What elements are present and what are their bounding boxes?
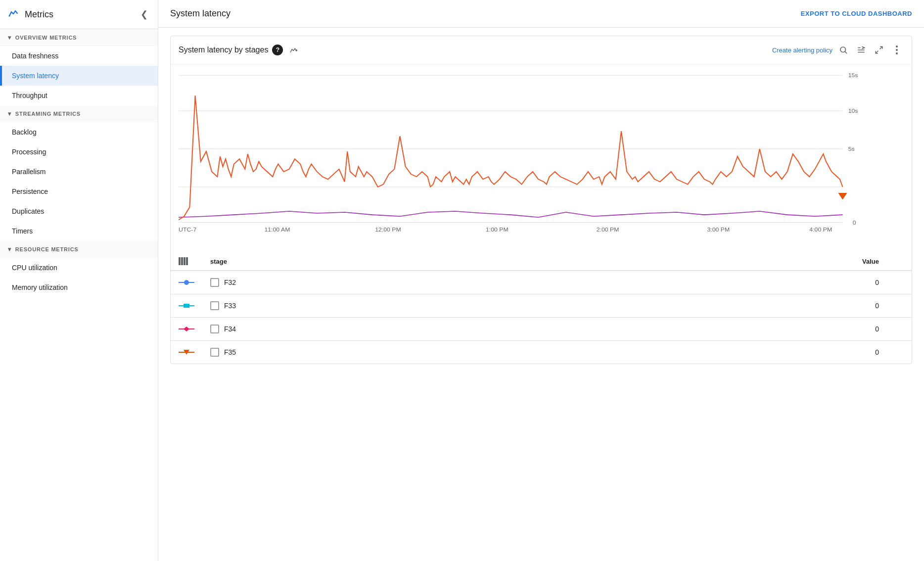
- nav-item-persistence[interactable]: Persistence: [0, 182, 158, 201]
- f33-checkbox[interactable]: [210, 301, 219, 310]
- svg-line-6: [880, 47, 882, 49]
- chart-toolbar: System latency by stages ? Create alerti…: [171, 36, 912, 64]
- f33-value: 0: [586, 294, 887, 318]
- f34-value: 0: [586, 318, 887, 341]
- svg-text:4:00 PM: 4:00 PM: [809, 226, 832, 233]
- svg-text:5s: 5s: [848, 145, 855, 152]
- chart-area: System latency by stages ? Create alerti…: [158, 28, 924, 561]
- svg-text:15s: 15s: [848, 72, 858, 79]
- nav-item-data-freshness[interactable]: Data freshness: [0, 46, 158, 66]
- chart-title: System latency by stages: [179, 46, 268, 54]
- legend-icon[interactable]: [854, 43, 868, 57]
- svg-point-9: [896, 49, 898, 51]
- f35-value: 0: [586, 341, 887, 364]
- svg-text:10s: 10s: [848, 108, 858, 114]
- f33-line-indicator: [179, 303, 194, 309]
- legend-table: stage Value: [171, 252, 912, 364]
- stage-column-header: stage: [202, 252, 586, 271]
- svg-point-29: [184, 280, 189, 285]
- svg-rect-31: [184, 304, 189, 308]
- nav-item-system-latency[interactable]: System latency: [0, 66, 158, 86]
- f35-line-indicator: [179, 349, 194, 355]
- nav-item-backlog[interactable]: Backlog: [0, 122, 158, 142]
- create-alert-button[interactable]: Create alerting policy: [772, 47, 832, 54]
- svg-point-0: [9, 15, 10, 16]
- search-icon[interactable]: [836, 43, 850, 57]
- sidebar: Metrics ❮ ▾ OVERVIEW METRICS Data freshn…: [0, 0, 158, 561]
- section-overview-label: OVERVIEW METRICS: [15, 35, 77, 41]
- nav-item-cpu[interactable]: CPU utilization: [0, 258, 158, 278]
- section-streaming[interactable]: ▾ STREAMING METRICS: [0, 105, 158, 122]
- f32-checkbox[interactable]: [210, 278, 219, 287]
- sidebar-header: Metrics ❮: [0, 0, 158, 29]
- svg-line-7: [876, 51, 878, 53]
- main-content: System latency EXPORT TO CLOUD DASHBOARD…: [158, 0, 924, 561]
- chevron-down-icon-2: ▾: [8, 110, 11, 117]
- nav-item-processing[interactable]: Processing: [0, 142, 158, 162]
- svg-text:0: 0: [853, 219, 856, 226]
- svg-point-10: [896, 52, 898, 54]
- section-overview[interactable]: ▾ OVERVIEW METRICS: [0, 29, 158, 46]
- brand: Metrics: [8, 7, 53, 22]
- chart-svg: 15s 10s 5s 0 UTC-7 11:00 AM 12:00 PM 1:0…: [179, 70, 887, 233]
- f34-checkbox[interactable]: [210, 325, 219, 333]
- chevron-down-icon-3: ▾: [8, 246, 11, 253]
- svg-text:12:00 PM: 12:00 PM: [375, 226, 401, 233]
- svg-marker-33: [184, 327, 189, 331]
- f35-label: F35: [224, 348, 236, 356]
- fullscreen-icon[interactable]: [872, 43, 886, 57]
- nav-item-memory[interactable]: Memory utilization: [0, 278, 158, 297]
- table-row: F34 0: [171, 318, 912, 341]
- collapse-button[interactable]: ❮: [139, 7, 150, 22]
- page-title: System latency: [170, 8, 231, 19]
- column-icon-header[interactable]: [171, 252, 202, 271]
- export-button[interactable]: EXPORT TO CLOUD DASHBOARD: [801, 10, 912, 17]
- f32-line-indicator: [179, 280, 194, 285]
- svg-text:3:00 PM: 3:00 PM: [707, 226, 730, 233]
- top-bar: System latency EXPORT TO CLOUD DASHBOARD: [158, 0, 924, 28]
- svg-text:1:00 PM: 1:00 PM: [486, 226, 508, 233]
- nav-item-duplicates[interactable]: Duplicates: [0, 201, 158, 221]
- svg-text:2:00 PM: 2:00 PM: [597, 226, 619, 233]
- table-row: F33 0: [171, 294, 912, 318]
- svg-marker-20: [838, 193, 847, 199]
- f34-label: F34: [224, 325, 236, 333]
- brand-icon: [8, 7, 20, 22]
- brand-label: Metrics: [25, 9, 53, 20]
- f32-value: 0: [586, 271, 887, 294]
- nav-item-timers[interactable]: Timers: [0, 221, 158, 241]
- table-row: F35 0: [171, 341, 912, 364]
- f35-checkbox[interactable]: [210, 348, 219, 357]
- f34-line-indicator: [179, 326, 194, 332]
- f33-label: F33: [224, 302, 236, 310]
- chart-container: 15s 10s 5s 0 UTC-7 11:00 AM 12:00 PM 1:0…: [171, 64, 912, 252]
- section-resource-label: RESOURCE METRICS: [15, 246, 79, 252]
- section-resource[interactable]: ▾ RESOURCE METRICS: [0, 241, 158, 258]
- more-options-icon[interactable]: [890, 43, 904, 57]
- svg-point-1: [296, 50, 297, 51]
- metrics-explorer-icon[interactable]: [287, 43, 301, 57]
- section-streaming-label: STREAMING METRICS: [15, 111, 81, 117]
- table-row: F32 0: [171, 271, 912, 294]
- svg-point-8: [896, 46, 898, 47]
- chevron-down-icon: ▾: [8, 34, 11, 41]
- f32-label: F32: [224, 279, 236, 286]
- svg-text:11:00 AM: 11:00 AM: [264, 226, 290, 233]
- value-column-header: Value: [586, 252, 887, 271]
- help-icon[interactable]: ?: [272, 45, 283, 55]
- nav-item-parallelism[interactable]: Parallelism: [0, 162, 158, 182]
- nav-item-throughput[interactable]: Throughput: [0, 86, 158, 105]
- chart-card: System latency by stages ? Create alerti…: [170, 36, 912, 364]
- svg-text:UTC-7: UTC-7: [179, 226, 196, 233]
